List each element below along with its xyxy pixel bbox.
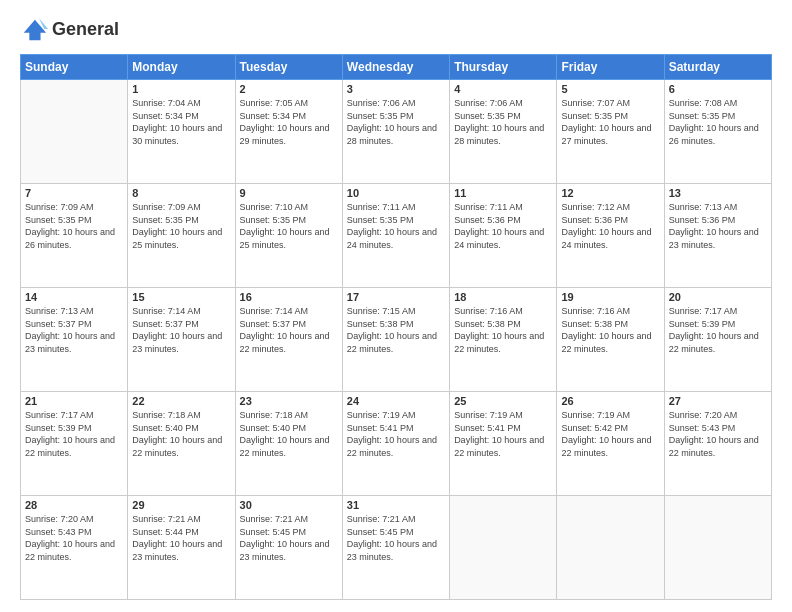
calendar-cell: 30Sunrise: 7:21 AM Sunset: 5:45 PM Dayli… xyxy=(235,496,342,600)
day-number: 10 xyxy=(347,187,445,199)
calendar-cell: 25Sunrise: 7:19 AM Sunset: 5:41 PM Dayli… xyxy=(450,392,557,496)
day-number: 9 xyxy=(240,187,338,199)
day-info: Sunrise: 7:11 AM Sunset: 5:36 PM Dayligh… xyxy=(454,201,552,251)
calendar-header-row: SundayMondayTuesdayWednesdayThursdayFrid… xyxy=(21,55,772,80)
day-info: Sunrise: 7:10 AM Sunset: 5:35 PM Dayligh… xyxy=(240,201,338,251)
calendar-cell: 3Sunrise: 7:06 AM Sunset: 5:35 PM Daylig… xyxy=(342,80,449,184)
day-number: 24 xyxy=(347,395,445,407)
day-number: 15 xyxy=(132,291,230,303)
calendar-cell: 12Sunrise: 7:12 AM Sunset: 5:36 PM Dayli… xyxy=(557,184,664,288)
calendar-cell: 27Sunrise: 7:20 AM Sunset: 5:43 PM Dayli… xyxy=(664,392,771,496)
calendar-header-saturday: Saturday xyxy=(664,55,771,80)
day-number: 2 xyxy=(240,83,338,95)
calendar-cell: 21Sunrise: 7:17 AM Sunset: 5:39 PM Dayli… xyxy=(21,392,128,496)
calendar-cell: 5Sunrise: 7:07 AM Sunset: 5:35 PM Daylig… xyxy=(557,80,664,184)
day-info: Sunrise: 7:05 AM Sunset: 5:34 PM Dayligh… xyxy=(240,97,338,147)
calendar-cell: 16Sunrise: 7:14 AM Sunset: 5:37 PM Dayli… xyxy=(235,288,342,392)
calendar-cell: 4Sunrise: 7:06 AM Sunset: 5:35 PM Daylig… xyxy=(450,80,557,184)
calendar-cell: 22Sunrise: 7:18 AM Sunset: 5:40 PM Dayli… xyxy=(128,392,235,496)
day-number: 12 xyxy=(561,187,659,199)
calendar-cell: 17Sunrise: 7:15 AM Sunset: 5:38 PM Dayli… xyxy=(342,288,449,392)
day-number: 3 xyxy=(347,83,445,95)
calendar-cell: 28Sunrise: 7:20 AM Sunset: 5:43 PM Dayli… xyxy=(21,496,128,600)
day-info: Sunrise: 7:19 AM Sunset: 5:41 PM Dayligh… xyxy=(454,409,552,459)
day-number: 7 xyxy=(25,187,123,199)
calendar-cell: 24Sunrise: 7:19 AM Sunset: 5:41 PM Dayli… xyxy=(342,392,449,496)
day-info: Sunrise: 7:20 AM Sunset: 5:43 PM Dayligh… xyxy=(669,409,767,459)
day-info: Sunrise: 7:11 AM Sunset: 5:35 PM Dayligh… xyxy=(347,201,445,251)
day-info: Sunrise: 7:19 AM Sunset: 5:42 PM Dayligh… xyxy=(561,409,659,459)
day-number: 5 xyxy=(561,83,659,95)
day-info: Sunrise: 7:14 AM Sunset: 5:37 PM Dayligh… xyxy=(240,305,338,355)
calendar-table: SundayMondayTuesdayWednesdayThursdayFrid… xyxy=(20,54,772,600)
calendar-cell xyxy=(21,80,128,184)
calendar-cell: 6Sunrise: 7:08 AM Sunset: 5:35 PM Daylig… xyxy=(664,80,771,184)
calendar-cell: 13Sunrise: 7:13 AM Sunset: 5:36 PM Dayli… xyxy=(664,184,771,288)
calendar-cell: 20Sunrise: 7:17 AM Sunset: 5:39 PM Dayli… xyxy=(664,288,771,392)
page: General SundayMondayTuesdayWednesdayThur… xyxy=(0,0,792,612)
day-number: 29 xyxy=(132,499,230,511)
calendar-cell: 18Sunrise: 7:16 AM Sunset: 5:38 PM Dayli… xyxy=(450,288,557,392)
day-info: Sunrise: 7:06 AM Sunset: 5:35 PM Dayligh… xyxy=(347,97,445,147)
day-info: Sunrise: 7:16 AM Sunset: 5:38 PM Dayligh… xyxy=(454,305,552,355)
day-info: Sunrise: 7:09 AM Sunset: 5:35 PM Dayligh… xyxy=(132,201,230,251)
day-number: 30 xyxy=(240,499,338,511)
calendar-cell: 31Sunrise: 7:21 AM Sunset: 5:45 PM Dayli… xyxy=(342,496,449,600)
calendar-cell: 7Sunrise: 7:09 AM Sunset: 5:35 PM Daylig… xyxy=(21,184,128,288)
day-number: 31 xyxy=(347,499,445,511)
calendar-cell: 23Sunrise: 7:18 AM Sunset: 5:40 PM Dayli… xyxy=(235,392,342,496)
day-info: Sunrise: 7:18 AM Sunset: 5:40 PM Dayligh… xyxy=(132,409,230,459)
day-number: 6 xyxy=(669,83,767,95)
day-info: Sunrise: 7:06 AM Sunset: 5:35 PM Dayligh… xyxy=(454,97,552,147)
calendar-header-monday: Monday xyxy=(128,55,235,80)
day-info: Sunrise: 7:15 AM Sunset: 5:38 PM Dayligh… xyxy=(347,305,445,355)
day-info: Sunrise: 7:17 AM Sunset: 5:39 PM Dayligh… xyxy=(25,409,123,459)
calendar-week-1: 1Sunrise: 7:04 AM Sunset: 5:34 PM Daylig… xyxy=(21,80,772,184)
day-number: 27 xyxy=(669,395,767,407)
calendar-cell: 19Sunrise: 7:16 AM Sunset: 5:38 PM Dayli… xyxy=(557,288,664,392)
day-info: Sunrise: 7:16 AM Sunset: 5:38 PM Dayligh… xyxy=(561,305,659,355)
day-info: Sunrise: 7:09 AM Sunset: 5:35 PM Dayligh… xyxy=(25,201,123,251)
day-info: Sunrise: 7:21 AM Sunset: 5:45 PM Dayligh… xyxy=(240,513,338,563)
day-info: Sunrise: 7:08 AM Sunset: 5:35 PM Dayligh… xyxy=(669,97,767,147)
day-number: 23 xyxy=(240,395,338,407)
calendar-cell: 29Sunrise: 7:21 AM Sunset: 5:44 PM Dayli… xyxy=(128,496,235,600)
day-info: Sunrise: 7:12 AM Sunset: 5:36 PM Dayligh… xyxy=(561,201,659,251)
calendar-cell: 9Sunrise: 7:10 AM Sunset: 5:35 PM Daylig… xyxy=(235,184,342,288)
day-number: 20 xyxy=(669,291,767,303)
calendar-cell: 26Sunrise: 7:19 AM Sunset: 5:42 PM Dayli… xyxy=(557,392,664,496)
calendar-cell: 8Sunrise: 7:09 AM Sunset: 5:35 PM Daylig… xyxy=(128,184,235,288)
calendar-cell: 2Sunrise: 7:05 AM Sunset: 5:34 PM Daylig… xyxy=(235,80,342,184)
calendar-cell xyxy=(450,496,557,600)
calendar-header-thursday: Thursday xyxy=(450,55,557,80)
calendar-cell xyxy=(664,496,771,600)
logo-text-general: General xyxy=(52,20,119,40)
day-info: Sunrise: 7:04 AM Sunset: 5:34 PM Dayligh… xyxy=(132,97,230,147)
calendar-cell: 10Sunrise: 7:11 AM Sunset: 5:35 PM Dayli… xyxy=(342,184,449,288)
calendar-header-sunday: Sunday xyxy=(21,55,128,80)
header: General xyxy=(20,16,772,44)
day-number: 17 xyxy=(347,291,445,303)
day-info: Sunrise: 7:14 AM Sunset: 5:37 PM Dayligh… xyxy=(132,305,230,355)
calendar-cell: 15Sunrise: 7:14 AM Sunset: 5:37 PM Dayli… xyxy=(128,288,235,392)
logo-icon xyxy=(20,16,48,44)
calendar-header-friday: Friday xyxy=(557,55,664,80)
day-number: 16 xyxy=(240,291,338,303)
calendar-header-wednesday: Wednesday xyxy=(342,55,449,80)
calendar-week-4: 21Sunrise: 7:17 AM Sunset: 5:39 PM Dayli… xyxy=(21,392,772,496)
calendar-cell: 14Sunrise: 7:13 AM Sunset: 5:37 PM Dayli… xyxy=(21,288,128,392)
day-number: 26 xyxy=(561,395,659,407)
day-info: Sunrise: 7:18 AM Sunset: 5:40 PM Dayligh… xyxy=(240,409,338,459)
day-number: 18 xyxy=(454,291,552,303)
day-number: 19 xyxy=(561,291,659,303)
day-number: 11 xyxy=(454,187,552,199)
day-info: Sunrise: 7:21 AM Sunset: 5:44 PM Dayligh… xyxy=(132,513,230,563)
logo: General xyxy=(20,16,119,44)
day-number: 14 xyxy=(25,291,123,303)
day-info: Sunrise: 7:13 AM Sunset: 5:37 PM Dayligh… xyxy=(25,305,123,355)
day-info: Sunrise: 7:17 AM Sunset: 5:39 PM Dayligh… xyxy=(669,305,767,355)
calendar-cell: 1Sunrise: 7:04 AM Sunset: 5:34 PM Daylig… xyxy=(128,80,235,184)
calendar-week-5: 28Sunrise: 7:20 AM Sunset: 5:43 PM Dayli… xyxy=(21,496,772,600)
day-info: Sunrise: 7:21 AM Sunset: 5:45 PM Dayligh… xyxy=(347,513,445,563)
day-number: 21 xyxy=(25,395,123,407)
